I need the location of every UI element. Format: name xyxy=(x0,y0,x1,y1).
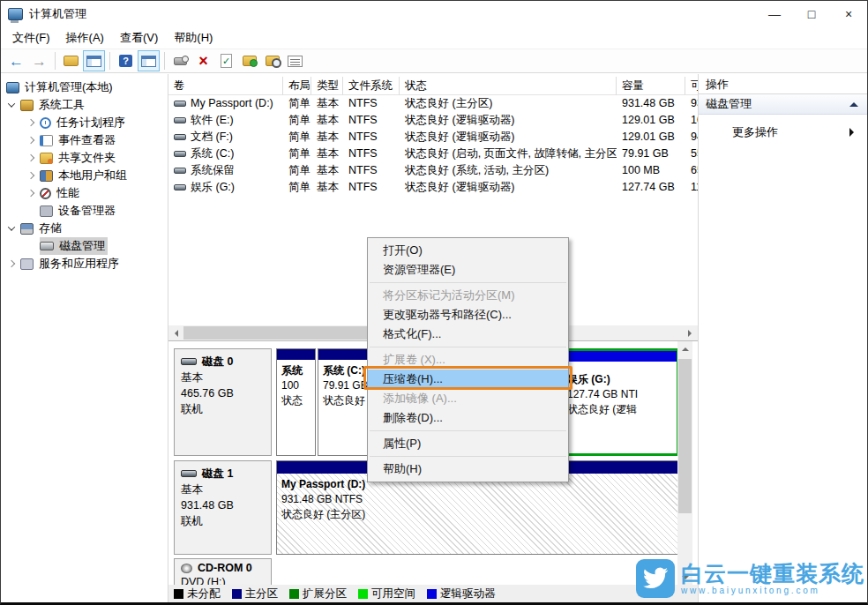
menu-item-explorer[interactable]: 资源管理器(E) xyxy=(368,260,568,280)
partition-system-reserved[interactable]: 系统 100 状态 xyxy=(276,348,316,456)
table-row[interactable]: My Passport (D:) xyxy=(168,95,283,112)
vertical-scroll-thumb[interactable] xyxy=(678,359,692,513)
disk0-header[interactable]: 磁盘 0 基本 465.76 GB 联机 xyxy=(174,348,272,456)
legend-swatch xyxy=(232,589,242,599)
tree-item-label: 共享文件夹 xyxy=(58,150,116,166)
table-row[interactable]: 系统保留 xyxy=(168,162,283,179)
table-row[interactable]: 文档 (F:) xyxy=(168,129,283,146)
partition-size: 127.74 GB NTI xyxy=(567,387,672,402)
chevron-down-icon[interactable] xyxy=(8,223,15,230)
more-actions-item[interactable]: 更多操作 xyxy=(699,122,867,143)
help-button[interactable]: ? xyxy=(115,50,137,71)
window-title: 计算机管理 xyxy=(29,6,86,22)
legend-extended-partition: 扩展分区 xyxy=(289,586,347,601)
tree-item-task-scheduler[interactable]: 任务计划程序 xyxy=(1,114,168,131)
legend-swatch xyxy=(289,589,299,599)
legend-swatch xyxy=(174,589,183,599)
column-header-layout[interactable]: 布局 xyxy=(283,77,311,95)
column-header-volume[interactable]: 卷 xyxy=(168,77,283,95)
tree-item-event-viewer[interactable]: 事件查看器 xyxy=(1,131,168,149)
column-header-capacity[interactable]: 容量 xyxy=(617,77,685,95)
menu-item-format[interactable]: 格式化(F)... xyxy=(368,325,568,344)
tree-item-disk-management[interactable]: 磁盘管理 xyxy=(1,237,168,255)
collapse-triangle-icon[interactable] xyxy=(849,98,858,107)
column-header-type[interactable]: 类型 xyxy=(311,77,343,95)
chevron-right-icon[interactable] xyxy=(27,172,34,179)
menu-separator xyxy=(370,430,566,431)
column-header-status[interactable]: 状态 xyxy=(400,77,617,95)
services-icon xyxy=(20,258,34,270)
menu-item-properties[interactable]: 属性(P) xyxy=(368,434,568,453)
forward-button[interactable]: → xyxy=(28,50,50,71)
computer-icon xyxy=(6,82,19,93)
partition-status: 状态 xyxy=(281,393,311,408)
vertical-scrollbar[interactable] xyxy=(677,341,692,586)
drive-find-button[interactable] xyxy=(261,50,283,71)
chevron-down-icon[interactable] xyxy=(8,100,15,107)
chevron-right-icon[interactable] xyxy=(8,260,15,267)
tree-item-storage[interactable]: 存储 xyxy=(1,220,168,237)
menu-item-add-mirror: 添加镜像 (A)... xyxy=(368,389,568,408)
show-console-tree-button[interactable] xyxy=(83,50,105,71)
minimize-button[interactable]: — xyxy=(756,1,793,27)
tree-item-performance[interactable]: 性能 xyxy=(1,184,168,202)
show-action-pane-button[interactable] xyxy=(138,50,160,71)
context-menu: 打开(O) 资源管理器(E) 将分区标记为活动分区(M) 更改驱动器号和路径(C… xyxy=(367,237,569,482)
table-row[interactable]: 娱乐 (G:) xyxy=(168,179,283,196)
chevron-right-icon[interactable] xyxy=(27,119,34,126)
scroll-up-arrow[interactable] xyxy=(677,341,692,356)
cell-status: 状态良好 (系统, 活动, 主分区) xyxy=(400,162,617,179)
delete-button[interactable]: × xyxy=(192,50,214,71)
menu-help[interactable]: 帮助(H) xyxy=(166,30,221,46)
partition-entertainment-g[interactable]: 娱乐 (G:) 127.74 GB NTI 状态良好 (逻辑 xyxy=(557,348,679,456)
tree-item-label: 服务和应用程序 xyxy=(39,256,119,272)
tree-item-system-tools[interactable]: 系统工具 xyxy=(1,96,168,114)
properties-button[interactable] xyxy=(284,50,306,71)
maximize-button[interactable]: □ xyxy=(793,1,830,27)
set-active-button[interactable]: ✓ xyxy=(215,50,237,71)
chevron-right-icon[interactable] xyxy=(27,190,34,197)
watermark-title: 白云一键重装系统 xyxy=(681,563,864,585)
disk-name: 磁盘 1 xyxy=(202,466,233,482)
export-list-button[interactable] xyxy=(60,50,82,71)
scroll-left-arrow[interactable] xyxy=(168,325,183,340)
storage-icon xyxy=(20,223,34,235)
column-header-filesystem[interactable]: 文件系统 xyxy=(343,77,400,95)
scroll-right-arrow[interactable] xyxy=(683,325,698,340)
menu-item-shrink-volume[interactable]: 压缩卷(H)... xyxy=(368,370,568,389)
menu-item-open[interactable]: 打开(O) xyxy=(368,241,568,260)
drive-add-button[interactable] xyxy=(238,50,260,71)
selected-tree-item: 磁盘管理 xyxy=(40,237,108,255)
popup-menu-button[interactable] xyxy=(169,50,191,71)
cell-layout: 简单 xyxy=(283,112,311,129)
back-arrow-icon: ← xyxy=(9,54,24,69)
disk-type: 基本 xyxy=(181,370,265,385)
menu-action[interactable]: 操作(A) xyxy=(58,30,112,46)
table-row[interactable]: 系统 (C:) xyxy=(168,146,283,162)
menu-item-help[interactable]: 帮助(H) xyxy=(368,459,568,479)
menu-view[interactable]: 查看(V) xyxy=(112,30,166,46)
legend-primary-partition: 主分区 xyxy=(232,586,279,601)
tree-item-shared-folders[interactable]: 共享文件夹 xyxy=(1,149,168,167)
chevron-right-icon[interactable] xyxy=(27,137,34,144)
chevron-right-icon[interactable] xyxy=(27,154,34,161)
tree-item-device-manager[interactable]: 设备管理器 xyxy=(1,202,168,220)
menu-item-delete-volume[interactable]: 删除卷(D)... xyxy=(368,408,568,428)
cell-capacity: 129.01 GB xyxy=(617,112,685,129)
console-window-icon xyxy=(86,56,101,67)
partition-size: 100 xyxy=(281,378,311,393)
close-button[interactable]: × xyxy=(830,1,867,27)
disk-management-section-header[interactable]: 磁盘管理 xyxy=(699,94,867,115)
tree-item-computer-management[interactable]: 计算机管理(本地) xyxy=(1,78,168,96)
menu-item-change-drive-letter[interactable]: 更改驱动器号和路径(C)... xyxy=(368,305,568,325)
partition-size: 931.48 GB NTFS xyxy=(281,492,674,507)
back-button[interactable]: ← xyxy=(5,50,27,71)
table-row[interactable]: 软件 (E:) xyxy=(168,112,283,129)
disk1-header[interactable]: 磁盘 1 基本 931.48 GB 联机 xyxy=(174,460,272,555)
tree-item-local-users-groups[interactable]: 本地用户和组 xyxy=(1,167,168,184)
menu-file[interactable]: 文件(F) xyxy=(4,30,58,46)
cell-layout: 简单 xyxy=(283,129,311,146)
tree-item-services-applications[interactable]: 服务和应用程序 xyxy=(1,255,168,273)
action-pane-icon xyxy=(141,56,156,67)
column-header-free[interactable]: 可 xyxy=(685,77,698,95)
